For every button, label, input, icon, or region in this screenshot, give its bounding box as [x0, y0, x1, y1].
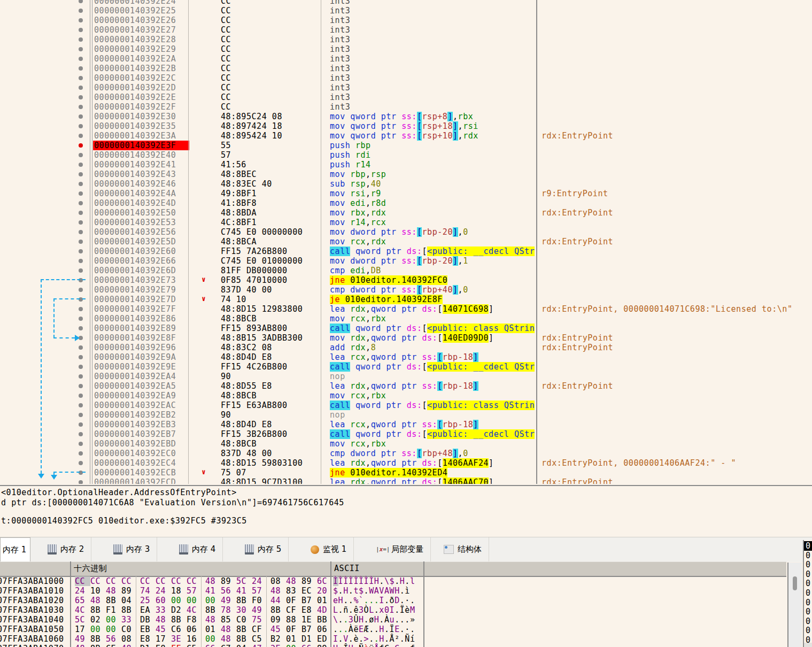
- instruction-text[interactable]: mov rcx,rdx: [330, 237, 536, 247]
- instruction-bytes[interactable]: 837D 40 00: [221, 285, 272, 295]
- instruction-address[interactable]: 0000000140392E40: [94, 150, 176, 160]
- dump-ascii[interactable]: $.H.t$.WAVAWH.ì: [333, 586, 415, 596]
- dump-byte[interactable]: FF: [171, 644, 187, 647]
- instruction-text[interactable]: int3: [330, 102, 536, 112]
- dump-byte[interactable]: 17: [75, 625, 90, 634]
- instruction-dot[interactable]: [79, 345, 83, 350]
- instruction-address[interactable]: 0000000140392E9A: [94, 352, 176, 362]
- scrollbar-thumb[interactable]: [793, 576, 797, 590]
- dump-byte[interactable]: B7: [301, 596, 317, 605]
- disasm-row[interactable]: 0000000140392E3048:895C24 08mov qword pt…: [0, 112, 812, 121]
- instruction-dot[interactable]: [79, 28, 83, 32]
- dump-byte[interactable]: 10: [90, 586, 106, 596]
- dump-byte[interactable]: 08: [121, 634, 137, 644]
- instruction-bytes[interactable]: 90: [221, 410, 231, 420]
- disasm-row[interactable]: 0000000140392E534C:8BF1mov r14,rcx: [0, 218, 812, 227]
- instruction-address[interactable]: 0000000140392E46: [94, 179, 176, 189]
- instruction-bytes[interactable]: 48:8D55 E8: [221, 381, 272, 391]
- instruction-bytes[interactable]: 74 10: [221, 295, 246, 304]
- disasm-row[interactable]: 0000000140392E3A48:895424 10mov qword pt…: [0, 131, 812, 141]
- instruction-address[interactable]: 0000000140392E7F: [94, 304, 176, 314]
- instruction-bytes[interactable]: 48:8BEC: [221, 170, 257, 179]
- disasm-comment-separator[interactable]: [536, 0, 537, 484]
- dump-byte[interactable]: 02: [90, 615, 106, 625]
- instruction-text[interactable]: int3: [330, 25, 536, 35]
- instruction-bytes[interactable]: CC: [221, 25, 231, 35]
- disasm-row[interactable]: 0000000140392E2FCCint3: [0, 102, 812, 112]
- disasm-row[interactable]: 0000000140392E2DCCint3: [0, 83, 812, 93]
- dump-address[interactable]: 07FFA3ABA1020: [0, 596, 64, 605]
- instruction-dot[interactable]: [79, 451, 83, 456]
- instruction-bytes[interactable]: C745 E0 01000000: [221, 256, 303, 266]
- dump-byte[interactable]: 89: [221, 576, 236, 586]
- instruction-dot[interactable]: [79, 66, 83, 71]
- dump-ascii[interactable]: \..3ÛH.øH.Àu...»: [333, 615, 415, 625]
- instruction-address[interactable]: 0000000140392E25: [94, 6, 176, 16]
- instruction-address[interactable]: 0000000140392E5D: [94, 237, 176, 247]
- instruction-bytes[interactable]: 48:895424 10: [221, 131, 282, 141]
- instruction-address[interactable]: 0000000140392E24: [94, 0, 176, 6]
- instruction-dot[interactable]: [79, 394, 83, 398]
- dump-byte[interactable]: 2E: [270, 644, 286, 647]
- instruction-bytes[interactable]: 90: [221, 372, 231, 381]
- instruction-bytes[interactable]: FF15 4C26B800: [221, 362, 288, 372]
- instruction-dot[interactable]: [79, 47, 83, 51]
- disasm-row[interactable]: 0000000140392EA490nop: [0, 372, 812, 381]
- dump-row[interactable]: 07FFA3ABA1050170000C0EB45C60601488BCF450…: [0, 625, 786, 634]
- instruction-bytes[interactable]: C745 E0 00000000: [221, 227, 303, 237]
- dump-byte[interactable]: C6: [171, 625, 187, 634]
- instruction-address[interactable]: 0000000140392E2E: [94, 93, 176, 102]
- instruction-address[interactable]: 0000000140392E2B: [94, 64, 176, 73]
- instruction-dot[interactable]: [79, 172, 83, 176]
- instruction-dot[interactable]: [79, 413, 83, 417]
- dump-byte[interactable]: 01: [286, 634, 301, 644]
- disasm-row[interactable]: 0000000140392E26CCint3: [0, 16, 812, 25]
- dump-byte[interactable]: 48: [205, 615, 221, 625]
- dump-byte[interactable]: E8: [140, 634, 156, 644]
- dump-byte[interactable]: 00: [187, 596, 202, 605]
- dump-byte[interactable]: 56: [221, 586, 236, 596]
- instruction-address[interactable]: 0000000140392E2F: [94, 102, 176, 112]
- instruction-address[interactable]: 0000000140392E73: [94, 275, 176, 285]
- disasm-row[interactable]: 0000000140392EACFF15 E63AB800call qword …: [0, 400, 812, 410]
- dump-byte[interactable]: 8B: [90, 605, 106, 615]
- instruction-text[interactable]: call qword ptr ds:[<public: class QStrin: [330, 400, 536, 410]
- instruction-address[interactable]: 0000000140392E43: [94, 170, 176, 179]
- instruction-address[interactable]: 0000000140392E4D: [94, 198, 176, 208]
- instruction-address[interactable]: 0000000140392E35: [94, 121, 176, 131]
- dump-byte[interactable]: 48: [90, 596, 106, 605]
- disasm-row[interactable]: 0000000140392E4141:56push r14: [0, 160, 812, 170]
- dump-byte[interactable]: 75: [252, 615, 267, 625]
- instruction-address[interactable]: 0000000140392E96: [94, 343, 176, 352]
- address-bytes-separator[interactable]: [188, 0, 189, 484]
- instruction-address[interactable]: 0000000140392E6D: [94, 266, 176, 275]
- instruction-text[interactable]: jne 010editor.140392FC0: [330, 275, 536, 285]
- instruction-address[interactable]: 0000000140392E28: [94, 35, 176, 44]
- instruction-dot[interactable]: [79, 432, 83, 436]
- dump-byte[interactable]: 5C: [236, 576, 252, 586]
- instruction-address[interactable]: 0000000140392EBD: [94, 439, 176, 449]
- dump-byte[interactable]: 49: [75, 634, 90, 644]
- instruction-dot[interactable]: [79, 374, 83, 379]
- dump-byte[interactable]: 74: [140, 586, 156, 596]
- instruction-text[interactable]: mov dword ptr ss:[rbp-20],1: [330, 256, 536, 266]
- dump-byte[interactable]: 48: [270, 586, 286, 596]
- instruction-dot[interactable]: [79, 259, 83, 263]
- dump-byte[interactable]: 09: [270, 615, 286, 625]
- side-panel-row[interactable]: 0: [806, 551, 810, 560]
- disasm-row[interactable]: 0000000140392E8F48:8B15 3ADBB300mov rdx,…: [0, 333, 812, 343]
- dump-byte[interactable]: 88: [286, 615, 301, 625]
- instruction-dot[interactable]: [79, 191, 83, 196]
- side-panel-row[interactable]: 0: [804, 541, 812, 551]
- disasm-row[interactable]: 0000000140392E28CCint3: [0, 35, 812, 44]
- dump-byte[interactable]: 66: [301, 644, 317, 647]
- dump-byte[interactable]: 83: [286, 586, 301, 596]
- dump-byte[interactable]: DB: [140, 615, 156, 625]
- instruction-address[interactable]: 0000000140392E50: [94, 208, 176, 218]
- tab-内存-5[interactable]: 内存 5: [238, 537, 289, 561]
- instruction-bytes[interactable]: 48:897424 18: [221, 121, 282, 131]
- dump-byte[interactable]: 18: [171, 586, 187, 596]
- dump-ascii-end-separator[interactable]: [423, 561, 424, 647]
- disasm-row[interactable]: 0000000140392E9648:83C2 08add rdx,8rdx:E…: [0, 343, 812, 352]
- instruction-bytes[interactable]: CC: [221, 35, 231, 44]
